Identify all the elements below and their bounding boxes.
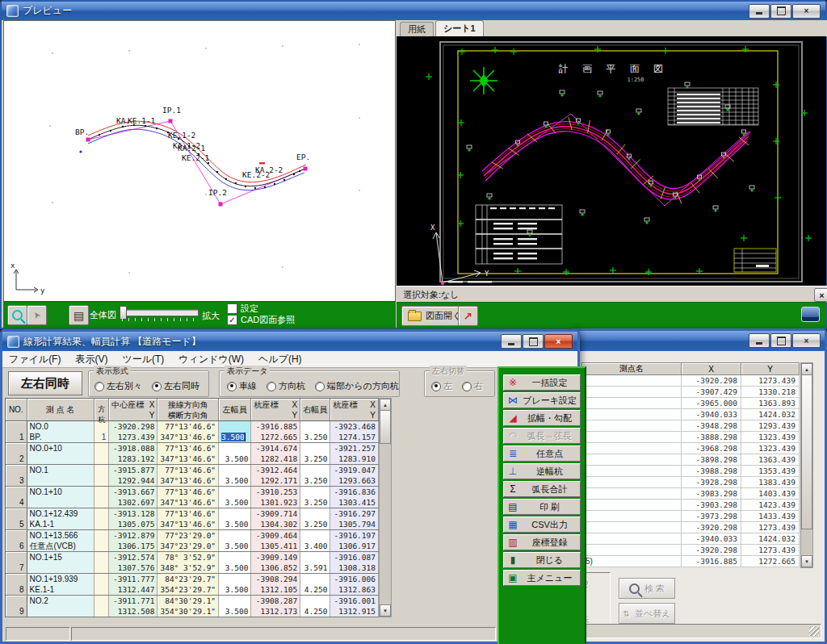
angle-cell[interactable]: 84°30'29.1"354°30'29.1" <box>157 596 219 617</box>
close-button[interactable]: × <box>792 4 821 19</box>
row-number-cell[interactable]: 4 <box>6 487 27 508</box>
right-width-cell[interactable]: 3.400 <box>300 530 330 552</box>
table-row[interactable]: 5NO.1+12.439KA.1-1 -3913.1281305.07577°1… <box>6 508 379 530</box>
row-number-cell[interactable]: 3 <box>6 465 27 487</box>
coord-y-cell[interactable]: 1424.032 <box>741 409 800 420</box>
coord-y-cell[interactable]: 1293.439 <box>741 420 800 432</box>
right-width-cell[interactable]: 3.250 <box>300 487 330 508</box>
left-stake-coord-cell[interactable]: -3910.2531301.923 <box>251 487 300 508</box>
station-name-cell[interactable]: NO.1+10 <box>27 487 94 508</box>
coord-col-y[interactable]: Y <box>741 363 800 375</box>
scroll-down-icon[interactable]: ▼ <box>801 555 812 567</box>
left-width-edit-cell[interactable]: 3.500 <box>219 421 251 443</box>
center-coord-cell[interactable]: -3913.1281305.075 <box>109 508 157 530</box>
preview-titlebar[interactable]: プレビュー × <box>2 2 825 20</box>
measure-tool-button[interactable]: ↗ <box>458 306 478 326</box>
coord-row[interactable]: -3965.0001363.893 <box>582 398 800 409</box>
coord-y-cell[interactable]: 1273.439 <box>741 522 800 533</box>
radio-icon[interactable] <box>315 382 325 391</box>
right-width-cell[interactable]: 3.250 <box>300 443 330 465</box>
center-coord-cell[interactable]: -3912.8791306.175 <box>109 530 157 552</box>
center-coord-cell[interactable]: -3920.2981273.439 <box>109 421 157 443</box>
row-number-cell[interactable]: 9 <box>6 596 27 617</box>
angle-cell[interactable]: 77°23'29.0"347°23'29.0" <box>157 530 219 552</box>
hoko-cell[interactable] <box>94 487 109 508</box>
cad-ref-checkbox-box[interactable]: ✓ <box>227 315 237 325</box>
cad-ref-checkbox[interactable]: ✓CAD図面参照 <box>227 315 295 325</box>
radio-icon[interactable] <box>227 382 237 391</box>
right-width-cell[interactable]: 3.250 <box>300 421 330 443</box>
left-width-cell[interactable]: 3.500 <box>219 530 251 552</box>
radio-option[interactable]: 左右別々 <box>94 380 142 392</box>
result-titlebar[interactable]: 線形計算結果、幅員計算 【道路モード】 × <box>2 332 577 351</box>
scroll-down-icon[interactable]: ▼ <box>380 604 391 617</box>
right-stake-coord-cell[interactable]: -3916.2971305.794 <box>330 508 379 530</box>
right-stake-coord-cell[interactable]: -3916.0871308.318 <box>330 552 379 574</box>
result-scroll-thumb[interactable] <box>380 410 391 444</box>
right-width-cell[interactable]: 3.250 <box>300 465 330 487</box>
coord-close-button[interactable]: × <box>792 333 821 348</box>
radio-icon[interactable] <box>94 382 104 391</box>
coord-row[interactable]: -3948.2981293.439 <box>582 420 800 432</box>
result-scrollbar[interactable]: ▲ ▼ <box>379 398 392 617</box>
coord-name-cell[interactable] <box>582 522 682 533</box>
right-stake-coord-cell[interactable]: -3916.0011312.915 <box>330 596 379 617</box>
row-number-cell[interactable]: 6 <box>6 530 27 552</box>
left-width-cell[interactable]: 3.500 <box>219 465 251 487</box>
angle-cell[interactable]: 84°23'29.7"354°23'29.7" <box>157 574 219 596</box>
radio-option[interactable]: 左右同時 <box>152 380 199 392</box>
coord-scrollbar[interactable]: ▲ ▼ <box>800 362 813 568</box>
coord-y-cell[interactable]: 1323.439 <box>741 432 800 443</box>
left-width-cell[interactable]: 3.500 <box>219 508 251 530</box>
right-width-cell[interactable]: 3.250 <box>300 508 330 530</box>
left-width-cell[interactable]: 3.500 <box>219 487 251 508</box>
center-coord-cell[interactable]: -3911.7711312.508 <box>109 596 157 617</box>
coord-y-cell[interactable]: 1433.439 <box>741 511 800 522</box>
radio-icon[interactable] <box>152 382 162 391</box>
menu-help[interactable]: ヘルプ(H) <box>258 353 302 366</box>
center-coord-cell[interactable]: -3912.5741307.576 <box>109 552 157 574</box>
coord-name-cell[interactable] <box>582 477 682 488</box>
coord-row[interactable]: -3920.2981273.439 <box>582 522 800 533</box>
center-coord-cell[interactable]: -3918.0881283.192 <box>109 443 157 465</box>
coord-x-cell[interactable]: -3968.298 <box>682 443 741 454</box>
coord-name-cell[interactable] <box>582 398 682 409</box>
coord-row[interactable]: -3888.2981323.439 <box>582 432 800 443</box>
coord-minimize-button[interactable] <box>749 333 770 348</box>
coord-name-cell[interactable] <box>582 454 682 466</box>
status-close-icon[interactable]: × <box>814 288 827 302</box>
angle-cell[interactable]: 77°13'46.6"347°13'46.6" <box>157 465 219 487</box>
coord-x-cell[interactable]: -3940.033 <box>682 533 741 545</box>
result-close-button[interactable]: × <box>544 334 573 349</box>
coord-y-cell[interactable]: 1273.439 <box>741 545 800 556</box>
right-stake-coord-cell[interactable]: -3916.0061312.863 <box>330 574 379 596</box>
angle-cell[interactable]: 77°13'46.6"347°13'46.6" <box>157 508 219 530</box>
coord-x-cell[interactable]: -3988.298 <box>682 466 741 477</box>
coord-y-cell[interactable]: 1273.439 <box>741 375 800 387</box>
coord-x-cell[interactable]: -3948.298 <box>682 420 741 432</box>
left-width-cell[interactable]: 3.500 <box>219 443 251 465</box>
center-coord-cell[interactable]: -3911.7771312.447 <box>109 574 157 596</box>
coord-name-cell[interactable] <box>582 443 682 454</box>
coord-y-cell[interactable]: 1323.439 <box>741 443 800 454</box>
coord-x-cell[interactable]: -3965.000 <box>682 398 741 409</box>
radio-option[interactable]: 車線 <box>227 380 257 392</box>
side-button[interactable]: ◢拡幅・勾配 <box>503 410 581 426</box>
table-row[interactable]: 4NO.1+10 -3913.6671302.69777°13'46.6"347… <box>6 487 379 508</box>
station-name-cell[interactable]: NO.0+10 <box>27 443 94 465</box>
left-width-cell[interactable]: 3.500 <box>219 596 251 617</box>
hoko-cell[interactable] <box>94 596 109 617</box>
side-button[interactable]: ▥座標登録 <box>503 534 581 550</box>
result-minimize-button[interactable] <box>501 334 522 349</box>
angle-cell[interactable]: 77°13'46.6"347°13'46.6" <box>157 443 219 465</box>
left-stake-coord-cell[interactable]: -3909.1491306.852 <box>251 552 300 574</box>
coord-x-cell[interactable]: -3940.033 <box>682 409 741 420</box>
table-row[interactable]: 6NO.1+13.566任意点(VCB) -3912.8791306.17577… <box>6 530 379 552</box>
coord-x-cell[interactable]: -3983.298 <box>682 488 741 500</box>
station-name-cell[interactable]: NO.1+13.566任意点(VCB) <box>27 530 94 552</box>
center-coord-cell[interactable]: -3913.6671302.697 <box>109 487 157 508</box>
coord-col-name[interactable]: 測点名 <box>582 363 682 375</box>
scroll-up-icon[interactable]: ▲ <box>801 363 812 375</box>
row-number-cell[interactable]: 2 <box>6 443 27 465</box>
coord-y-cell[interactable]: 1403.439 <box>741 488 800 500</box>
